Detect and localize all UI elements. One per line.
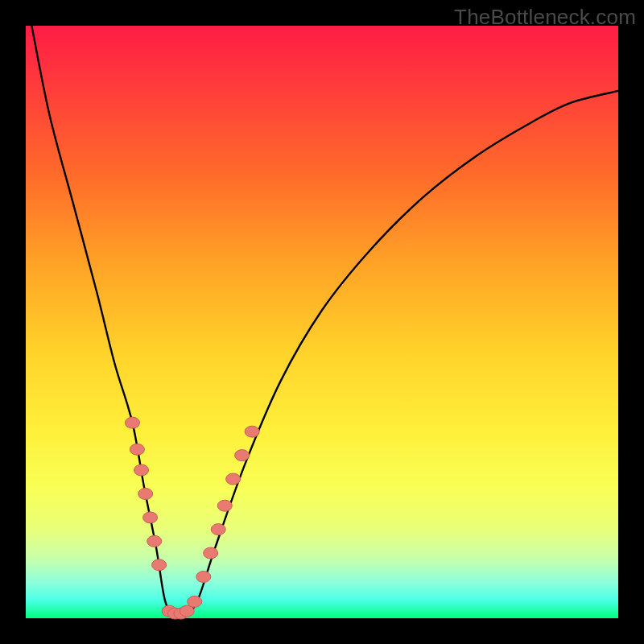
curve-marker <box>211 524 225 535</box>
curve-marker <box>204 547 218 559</box>
curve-marker <box>125 417 139 428</box>
curve-marker <box>143 512 158 523</box>
curve-marker <box>134 464 149 476</box>
watermark-text: TheBottleneck.com <box>454 5 636 30</box>
chart-frame: TheBottleneck.com <box>0 0 644 644</box>
curve-markers <box>125 417 259 619</box>
curve-marker <box>152 559 167 571</box>
curve-marker <box>196 571 211 582</box>
curve-marker <box>147 535 162 547</box>
plot-area <box>26 26 618 618</box>
curve-marker <box>188 596 202 607</box>
chart-svg <box>26 26 618 618</box>
curve-marker <box>235 450 250 461</box>
curve-marker <box>130 444 144 455</box>
bottleneck-curve <box>31 26 618 615</box>
curve-marker <box>245 426 259 437</box>
curve-marker <box>217 500 232 511</box>
curve-marker <box>138 488 153 499</box>
curve-marker <box>226 473 241 485</box>
